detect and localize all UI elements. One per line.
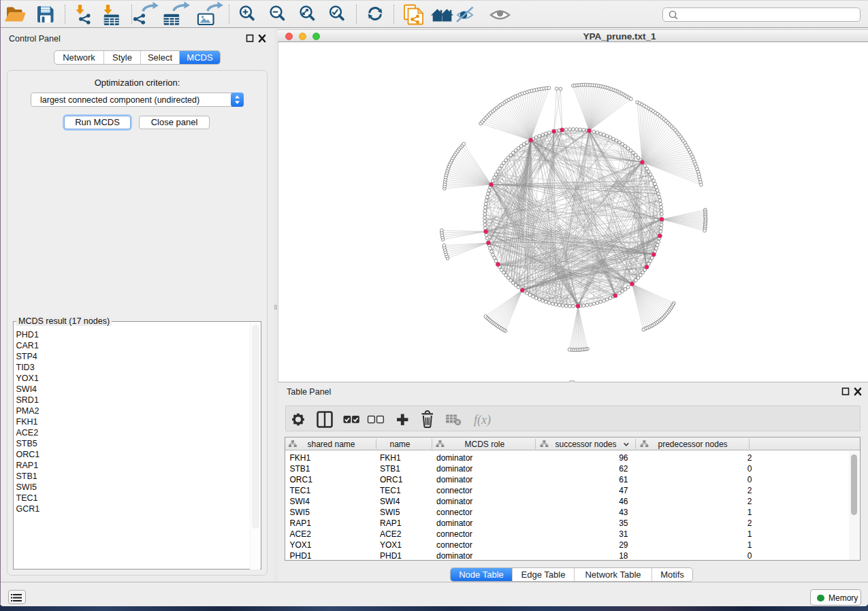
svg-text:f(x): f(x)	[474, 413, 491, 427]
